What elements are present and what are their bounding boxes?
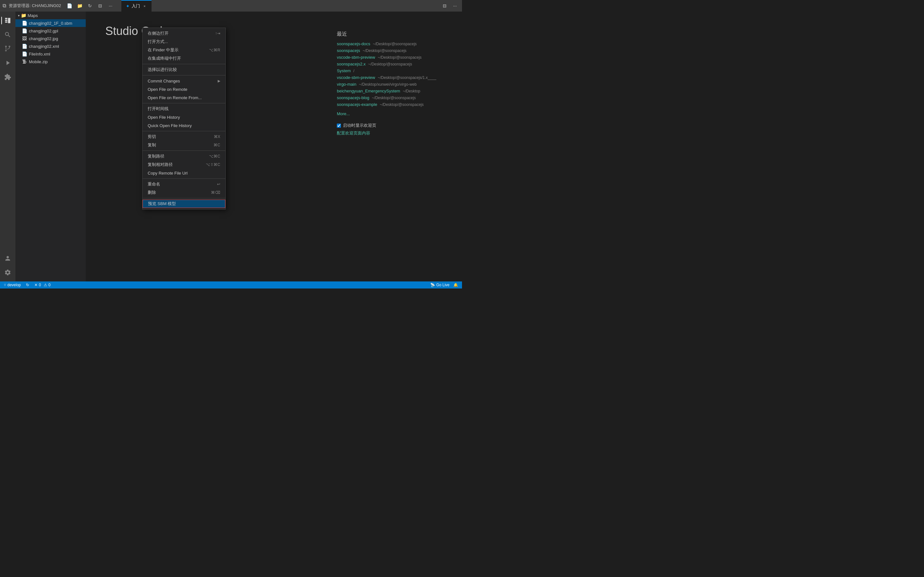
tab-bar: ✦ 入门 ×	[121, 0, 152, 11]
menu-item-open-with[interactable]: 打开方式...	[142, 37, 226, 46]
git-branch-icon: ⑂	[4, 283, 6, 287]
tree-item-label: FileInfo.xml	[29, 52, 50, 56]
menu-item-compare[interactable]: 选择以进行比较	[142, 66, 226, 74]
context-menu: 在侧边打开 ↑⇥ 打开方式... 在 Finder 中显示 ⌥⌘R 在集成终端中…	[142, 27, 226, 210]
more-actions-icon[interactable]: ···	[450, 1, 460, 10]
titlebar-right: ⊟ ···	[440, 1, 460, 10]
tree-item-fileinfo[interactable]: 📄 FileInfo.xml	[15, 50, 86, 58]
menu-label: 复制	[148, 142, 208, 148]
menu-shortcut: ↑⇥	[215, 31, 220, 35]
menu-label: 预览 SBM 模型	[148, 201, 220, 207]
menu-item-delete[interactable]: 删除 ⌘⌫	[142, 189, 226, 197]
menu-item-copy-relative-path[interactable]: 复制相对路径 ⌥⇧⌘C	[142, 160, 226, 169]
more-icon[interactable]: ···	[106, 1, 115, 10]
activity-item-settings[interactable]	[1, 266, 14, 279]
menu-label: 打开方式...	[148, 39, 220, 45]
menu-shortcut: ↩	[217, 182, 220, 187]
collapse-icon[interactable]: ⊟	[96, 1, 105, 10]
context-menu-overlay[interactable]: 在侧边打开 ↑⇥ 打开方式... 在 Finder 中显示 ⌥⌘R 在集成终端中…	[86, 11, 462, 281]
menu-item-finder[interactable]: 在 Finder 中显示 ⌥⌘R	[142, 46, 226, 54]
titlebar: ⧉ 资源管理器: CHANGJING02 📄 📁 ↻ ⊟ ··· ✦ 入门 × …	[0, 0, 462, 11]
menu-item-preview-sbm[interactable]: 预览 SBM 模型	[142, 200, 226, 208]
tree-item-sbm[interactable]: 📄 changjing02_1F_0.sbm	[15, 19, 86, 27]
warning-count: 0	[48, 283, 51, 287]
activity-item-search[interactable]	[1, 28, 14, 41]
warning-icon: ⚠	[44, 283, 47, 287]
menu-item-cut[interactable]: 剪切 ⌘X	[142, 132, 226, 141]
sidebar: ▾ 📁 Maps 📄 changjing02_1F_0.sbm 📄 changj…	[15, 11, 86, 281]
broadcast-icon: 📡	[430, 283, 435, 287]
menu-shortcut: ⌥⌘C	[209, 154, 220, 158]
menu-shortcut: ⌥⇧⌘C	[206, 163, 220, 167]
menu-label: 选择以进行比较	[148, 67, 220, 73]
menu-label: 复制相对路径	[148, 162, 201, 168]
menu-item-rename[interactable]: 重命名 ↩	[142, 180, 226, 189]
menu-label: 打开时间线	[148, 106, 220, 112]
activity-item-source-control[interactable]	[1, 42, 14, 55]
activity-item-run[interactable]	[1, 56, 14, 69]
menu-item-open-side[interactable]: 在侧边打开 ↑⇥	[142, 29, 226, 37]
menu-item-open-remote[interactable]: Open File on Remote	[142, 85, 226, 93]
tab-label: 入门	[132, 3, 140, 9]
refresh-icon[interactable]: ↻	[85, 1, 94, 10]
activity-item-extensions[interactable]	[1, 71, 14, 84]
menu-label: 重命名	[148, 181, 212, 187]
chevron-down-icon: ▾	[18, 14, 19, 17]
new-file-icon[interactable]: 📄	[65, 1, 74, 10]
file-icon: 📄	[22, 21, 27, 26]
menu-label: Copy Remote File Url	[148, 171, 220, 176]
zip-icon: 🗜	[22, 59, 27, 64]
menu-label: 剪切	[148, 134, 209, 140]
submenu-arrow-icon: ▶	[218, 79, 220, 83]
menu-item-open-remote-from[interactable]: Open File on Remote From...	[142, 93, 226, 102]
tree-item-gpl[interactable]: 📄 changjing02.gpl	[15, 27, 86, 35]
menu-separator-1	[142, 64, 226, 64]
menu-shortcut: ⌘X	[214, 134, 220, 139]
menu-item-copy-remote-url[interactable]: Copy Remote File Url	[142, 169, 226, 177]
folder-icon: 📁	[21, 13, 26, 18]
menu-label: 复制路径	[148, 153, 204, 159]
activity-item-explorer[interactable]	[1, 14, 14, 27]
status-right: 📡 Go Live 🔔	[429, 281, 460, 288]
menu-label: 在侧边打开	[148, 31, 210, 36]
menu-separator-3	[142, 103, 226, 103]
menu-label: Open File on Remote From...	[148, 95, 220, 100]
menu-item-copy[interactable]: 复制 ⌘C	[142, 141, 226, 149]
sync-icon: ↻	[26, 283, 29, 287]
menu-item-terminal[interactable]: 在集成终端中打开	[142, 54, 226, 63]
menu-shortcut: ⌘C	[213, 143, 220, 147]
notification-bell[interactable]: 🔔	[452, 281, 460, 288]
sidebar-tree-group[interactable]: ▾ 📁 Maps	[15, 11, 86, 19]
activity-item-accounts[interactable]	[1, 252, 14, 265]
tree-item-label: changjing02.gpl	[29, 29, 58, 33]
titlebar-title: 资源管理器: CHANGJING02	[9, 3, 61, 9]
menu-item-commit[interactable]: Commit Changes ▶	[142, 77, 226, 85]
menu-label: Quick Open File History	[148, 123, 220, 128]
image-icon: 🖼	[22, 36, 27, 41]
file-icon: 📄	[22, 28, 27, 33]
tab-welcome[interactable]: ✦ 入门 ×	[121, 0, 152, 11]
new-folder-icon[interactable]: 📁	[75, 1, 84, 10]
file-icon: 📄	[22, 52, 27, 56]
split-editor-icon[interactable]: ⊟	[440, 1, 449, 10]
branch-name: develop	[7, 283, 21, 287]
menu-item-copy-path[interactable]: 复制路径 ⌥⌘C	[142, 152, 226, 160]
error-icon: ✕	[34, 283, 37, 287]
error-count: 0	[39, 283, 41, 287]
menu-item-timeline[interactable]: 打开时间线	[142, 105, 226, 113]
tree-item-jpg[interactable]: 🖼 changjing02.jpg	[15, 35, 86, 42]
status-branch[interactable]: ⑂ develop	[3, 281, 22, 288]
menu-item-quick-history[interactable]: Quick Open File History	[142, 121, 226, 130]
menu-separator-7	[142, 198, 226, 198]
menu-separator-5	[142, 150, 226, 151]
tab-close-icon[interactable]: ×	[142, 3, 147, 9]
status-sync[interactable]: ↻	[25, 281, 31, 288]
bell-icon: 🔔	[453, 283, 458, 287]
menu-item-file-history[interactable]: Open File History	[142, 113, 226, 121]
tree-item-xml-changjing[interactable]: 📄 changjing02.xml	[15, 42, 86, 50]
tree-item-label: changjing02_1F_0.sbm	[29, 21, 72, 26]
menu-label: 删除	[148, 190, 206, 195]
tree-item-zip[interactable]: 🗜 Mobile.zip	[15, 58, 86, 66]
status-errors[interactable]: ✕ 0 ⚠ 0	[33, 281, 52, 288]
go-live-button[interactable]: 📡 Go Live	[429, 281, 451, 288]
